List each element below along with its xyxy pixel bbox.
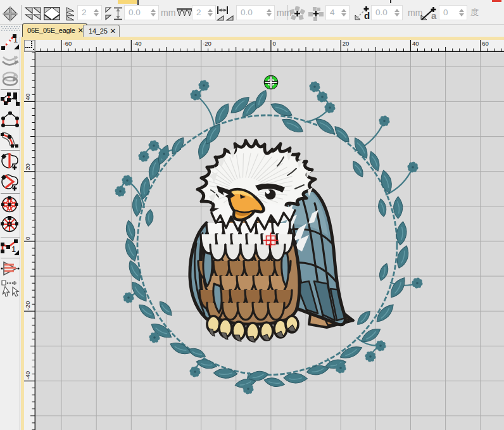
svg-text:-40: -40 (24, 371, 31, 380)
svg-text:0: 0 (272, 40, 275, 47)
svg-text:-60: -60 (63, 40, 72, 47)
svg-text:40: 40 (412, 40, 419, 47)
svg-text:-40: -40 (133, 40, 142, 47)
svg-text:-20: -20 (203, 40, 211, 47)
svg-text:20: 20 (343, 40, 350, 47)
svg-text:60: 60 (482, 40, 489, 47)
svg-text:40: 40 (24, 94, 31, 101)
svg-text:-20: -20 (24, 301, 31, 310)
svg-text:0: 0 (24, 237, 31, 240)
svg-text:20: 20 (24, 163, 31, 170)
